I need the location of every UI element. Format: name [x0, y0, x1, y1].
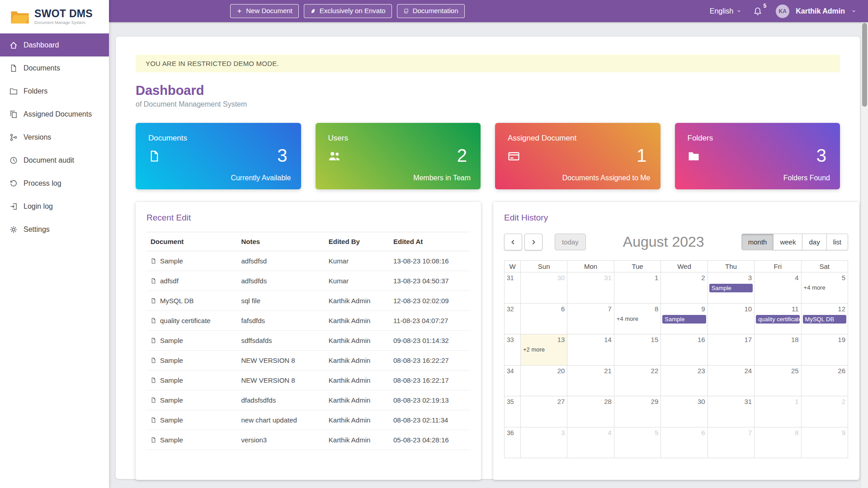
calendar-day-cell[interactable]: 2 [661, 272, 708, 304]
calendar-day-cell[interactable]: 19 [802, 334, 848, 366]
table-row[interactable]: MySQL DBsql fileKarthik Admin12-08-23 02… [146, 291, 470, 311]
calendar-day-cell[interactable]: 14 [567, 334, 614, 366]
notifications-button[interactable]: 5 [753, 7, 762, 16]
table-row[interactable]: Samplenew chart updatedKarthik Admin08-0… [146, 410, 470, 430]
calendar-event[interactable]: Sample [709, 284, 753, 292]
calendar-day-cell[interactable]: 13+2 more [521, 334, 567, 366]
calendar-view-month[interactable]: month [741, 234, 774, 250]
topbar: New DocumentExclusively on EnvatoDocumen… [109, 0, 868, 22]
calendar-day-cell[interactable]: 1 [755, 396, 801, 427]
avatar[interactable]: KA [776, 5, 789, 18]
stat-cards: Documents3Currently AvailableUsers2Membe… [136, 123, 840, 189]
calendar-view-week[interactable]: week [773, 234, 802, 250]
document-name: Sample [160, 357, 183, 364]
user-menu-caret-icon[interactable] [851, 9, 856, 14]
calendar-day-cell[interactable]: 2 [802, 396, 848, 427]
calendar-day-cell[interactable]: 9Sample [661, 304, 708, 335]
scrollbar-thumb[interactable] [862, 23, 867, 107]
calendar-grid: WSunMonTueWedThuFriSat313031123Sample45+… [504, 260, 848, 458]
table-row[interactable]: SampleadfsdfsdKumar13-08-23 10:08:16 [146, 251, 470, 271]
calendar-day-cell[interactable]: 9 [802, 427, 848, 459]
day-number: 30 [698, 398, 705, 405]
calendar-day-cell[interactable]: 8 [755, 427, 801, 459]
sidebar-item-versions[interactable]: Versions [0, 126, 109, 149]
chevron-right-icon [530, 239, 537, 245]
calendar-view-day[interactable]: day [802, 234, 826, 250]
calendar-view-switcher: monthweekdaylist [741, 234, 848, 250]
more-events-link[interactable]: +2 more [523, 346, 565, 353]
table-cell: Karthik Admin [325, 331, 389, 351]
calendar-day-cell[interactable]: 30 [521, 272, 567, 304]
calendar-event[interactable]: Sample [662, 315, 706, 324]
sidebar-item-login-log[interactable]: Login log [0, 195, 109, 218]
calendar-day-cell[interactable]: 7 [567, 304, 614, 335]
topbar-button-exclusively-on-envato[interactable]: Exclusively on Envato [304, 4, 392, 18]
topbar-button-new-document[interactable]: New Document [230, 4, 299, 18]
day-number: 28 [604, 398, 612, 405]
calendar-day-cell[interactable]: 6 [661, 427, 708, 459]
calendar-day-cell[interactable]: 12MySQL DB [802, 304, 848, 335]
calendar-day-cell[interactable]: 5 [614, 427, 661, 459]
calendar-day-cell[interactable]: 3Sample [708, 272, 755, 304]
sidebar-item-process-log[interactable]: Process log [0, 172, 109, 195]
more-events-link[interactable]: +4 more [617, 315, 658, 322]
calendar-day-cell[interactable]: 6 [521, 304, 567, 335]
calendar-day-cell[interactable]: 1 [614, 272, 661, 304]
calendar-day-cell[interactable]: 17 [708, 334, 755, 366]
calendar-day-cell[interactable]: 27 [521, 396, 567, 427]
calendar-prev-button[interactable] [504, 234, 522, 250]
table-row[interactable]: SampleNEW VERSION 8Karthik Admin08-08-23… [146, 371, 470, 390]
day-number: 10 [744, 305, 752, 313]
sidebar-item-dashboard[interactable]: Dashboard [0, 33, 109, 56]
language-selector[interactable]: English [710, 7, 741, 15]
calendar-view-list[interactable]: list [826, 234, 848, 250]
day-number: 26 [838, 367, 845, 375]
calendar-day-cell[interactable]: 22 [614, 366, 661, 397]
calendar-day-cell[interactable]: 24 [708, 366, 755, 397]
demo-mode-banner: YOU ARE IN RESTRICTED DEMO MODE. [136, 55, 840, 72]
app-logo[interactable]: SWOT DMS Document Manage System [0, 0, 109, 33]
calendar-day-cell[interactable]: 31 [567, 272, 614, 304]
calendar-day-cell[interactable]: 23 [661, 366, 708, 397]
calendar-day-cell[interactable]: 15 [614, 334, 661, 366]
calendar-day-cell[interactable]: 5+4 more [802, 272, 848, 304]
calendar-day-cell[interactable]: 10 [708, 304, 755, 335]
sidebar-item-documents[interactable]: Documents [0, 56, 109, 80]
calendar-day-cell[interactable]: 11quality certificate [755, 304, 801, 335]
sidebar-item-document-audit[interactable]: Document audit [0, 149, 109, 172]
calendar-next-button[interactable] [524, 234, 542, 250]
table-row[interactable]: SampledfadsfsdfdsKarthik Admin08-08-23 0… [146, 390, 470, 410]
calendar-day-cell[interactable]: 21 [567, 366, 614, 397]
recent-edit-head-row: DocumentNotesEdited ByEdited At [146, 232, 470, 251]
recent-edit-body: SampleadfsdfsdKumar13-08-23 10:08:16adfs… [146, 251, 470, 450]
calendar-day-cell[interactable]: 4 [755, 272, 801, 304]
table-row[interactable]: SampleNEW VERSION 8Karthik Admin08-08-23… [146, 351, 470, 371]
calendar-day-cell[interactable]: 8+4 more [614, 304, 661, 335]
calendar-day-cell[interactable]: 28 [567, 396, 614, 427]
table-cell: version3 [237, 430, 324, 450]
topbar-button-documentation[interactable]: Documentation [397, 4, 465, 18]
table-row[interactable]: quality certificatefafsdfdsKarthik Admin… [146, 311, 470, 331]
calendar-event[interactable]: quality certificate [756, 315, 799, 324]
table-row[interactable]: SamplesdffsdafdsKarthik Admin09-08-23 01… [146, 331, 470, 351]
sidebar-item-assigned-documents[interactable]: Assigned Documents [0, 103, 109, 126]
calendar-day-cell[interactable]: 3 [521, 427, 567, 459]
calendar-day-cell[interactable]: 26 [802, 366, 848, 397]
calendar-day-cell[interactable]: 30 [661, 396, 708, 427]
calendar-day-cell[interactable]: 7 [708, 427, 755, 459]
calendar-day-cell[interactable]: 20 [521, 366, 567, 397]
calendar-day-cell[interactable]: 25 [755, 366, 801, 397]
calendar-day-cell[interactable]: 4 [567, 427, 614, 459]
sidebar-item-folders[interactable]: Folders [0, 80, 109, 103]
calendar-today-button[interactable]: today [555, 234, 586, 250]
more-events-link[interactable]: +4 more [804, 284, 845, 291]
calendar-day-cell[interactable]: 31 [708, 396, 755, 427]
calendar-day-cell[interactable]: 29 [614, 396, 661, 427]
table-row[interactable]: Sampleversion3Karthik Admin05-08-23 04:2… [146, 430, 470, 450]
table-cell: Karthik Admin [325, 410, 389, 430]
calendar-day-cell[interactable]: 18 [755, 334, 801, 366]
sidebar-item-settings[interactable]: Settings [0, 218, 109, 241]
calendar-day-cell[interactable]: 16 [661, 334, 708, 366]
table-row[interactable]: adfsdfadfsdfdsKumar13-08-23 04:50:37 [146, 271, 470, 291]
calendar-event[interactable]: MySQL DB [803, 315, 846, 324]
